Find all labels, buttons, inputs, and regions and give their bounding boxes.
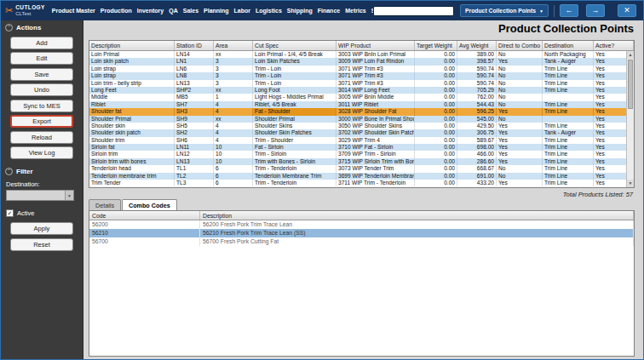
table-row[interactable]: Sirloin trim with bonesLN1310Trim with B… [89,158,634,165]
close-button[interactable]: ✕ [618,4,636,17]
table-cell: No [497,165,543,172]
table-cell: 1 [214,94,253,100]
apply-button[interactable]: Apply [10,222,73,235]
table-row[interactable]: Loin strapLN63Trim - Loin3071 WIP Trim #… [89,66,634,72]
table-cell: Tank - Auger [543,58,594,65]
column-header-destination[interactable]: Destination [543,41,594,50]
table-cell: Yes [497,129,543,136]
column-header-cut-spec[interactable]: Cut Spec [253,41,336,50]
add-button[interactable]: Add [10,37,73,49]
destination-select[interactable]: ▼ [6,190,74,201]
menu-item-finance[interactable]: Finance [315,8,342,14]
column-header-active[interactable]: Active? [594,41,634,50]
menu-item-production[interactable]: Production [98,8,135,14]
table-row[interactable]: Trim TenderTL36Trim - Tenderloin3711 WIP… [89,180,634,186]
table-cell: 3029 WIP Trim 4 [336,137,415,144]
table-row[interactable]: Loin skin patchLN13Loin Skin Patches3009… [89,58,634,65]
table-cell: Loin strap [89,72,175,79]
actions-section-header[interactable]: ⌃ Actions [1,20,83,33]
filter-section-header[interactable]: ⌃ Filter [1,164,83,177]
combo-code-row[interactable]: 5620056200 Fresh Pork Trim Trace Lean [89,220,634,229]
column-header-area[interactable]: Area [214,41,253,50]
table-cell: Fat - Sirloin [253,144,336,151]
column-header-avg-weight[interactable]: Avg Weight [457,41,497,50]
table-row[interactable]: Shoulder trimSH64Trim - Shoulder3029 WIP… [89,137,634,144]
table-row[interactable]: Shoulder skinSH54Shoulder Skins3050 WIP … [89,123,634,129]
table-row[interactable]: Shoulder fatSH34Fat - Shoulder3028 WIP S… [89,108,634,115]
table-row[interactable]: Tenderloin headTL16Trim - Tenderloin3073… [89,165,634,172]
column-header-description[interactable]: Description [200,211,634,220]
table-cell: No [497,94,543,100]
table-cell: 10 [214,144,253,151]
check-icon: ✓ [8,210,13,216]
table-row[interactable]: Shoulder skin patchSH24Shoulder Skin Pat… [89,129,634,136]
table-cell: SH3 [175,108,214,115]
view-selector-dropdown[interactable]: Product Collection Points ▼ [460,4,549,17]
table-cell: 3711 WIP Trim - Tenderloin [336,180,415,186]
table-cell: Tank - Auger [543,129,594,136]
table-row[interactable]: MiddleMB51Light Hogs - Middles Primal300… [89,94,634,100]
tab-details[interactable]: Details [89,199,121,210]
search-input[interactable] [373,6,454,16]
table-cell: Sirloin trim [89,151,175,157]
menu-item-metrics[interactable]: Metrics [342,8,369,14]
scrollbar-thumb[interactable] [628,60,633,109]
table-row[interactable]: Long FeetSHP2xxLong Foot3014 WIP Long Fe… [89,87,634,94]
table-row[interactable]: RibletSH74Riblet, 4/5 Break3011 WIP Ribl… [89,101,634,108]
table-cell: Riblet [89,101,175,108]
scroll-down-icon[interactable]: ▼ [627,180,634,187]
column-header-wip-product[interactable]: WIP Product [336,41,415,50]
tab-combo-codes[interactable]: Combo Codes [122,199,177,210]
table-cell: LN1 [175,58,214,65]
scroll-up-icon[interactable]: ▲ [627,51,634,59]
undo-button[interactable]: Undo [10,83,73,96]
combo-code-row[interactable]: 5621056210 Fresh Pork Trim Trace Lean (S… [89,229,634,237]
column-header-code[interactable]: Code [89,211,200,220]
sync-to-mes-button[interactable]: Sync to MES [10,100,73,112]
table-cell: 0.00 [415,151,457,157]
table-cell: Yes [497,58,543,65]
menu-item-shipping[interactable]: Shipping [285,8,315,14]
table-cell: 3 [214,72,253,79]
column-header-description[interactable]: Description [89,41,175,50]
active-checkbox[interactable]: ✓ [6,209,14,217]
combo-code-cell: 56700 [89,237,200,246]
menu-item-sales[interactable]: Sales [181,8,201,14]
forward-arrow-icon: → [592,6,600,14]
table-cell: 589.67 [457,137,497,144]
edit-button[interactable]: Edit [10,52,73,65]
view-log-button[interactable]: View Log [10,146,73,159]
table-cell: Loin strap [89,66,175,72]
back-button[interactable]: ← [560,4,578,17]
menu-item-logistics[interactable]: Logistics [253,8,285,14]
grid-header: DescriptionStation IDAreaCut SpecWIP Pro… [89,41,634,51]
table-cell: Trim Line [543,108,594,115]
menu-item-labor[interactable]: Labor [232,8,253,14]
reset-button[interactable]: Reset [10,238,73,251]
table-row[interactable]: Loin strapLN83Trim - Loin3071 WIP Trim #… [89,72,634,79]
table-row[interactable]: Sirloin fatLN1110Fat - Sirloin3710 WIP F… [89,144,634,151]
menu-item-planning[interactable]: Planning [201,8,232,14]
table-row[interactable]: Loin trim - belly stripLN133Trim - Loin3… [89,80,634,87]
save-button[interactable]: Save [10,68,73,81]
combo-code-row[interactable]: 5670056700 Fresh Pork Cutting Fat [89,237,634,246]
menu-item-inventory[interactable]: Inventory [135,8,167,14]
column-header-target-weight[interactable]: Target Weight [415,41,457,50]
table-cell: 3702 WIP Shoulder Skin Patches [336,129,415,136]
forward-button[interactable]: → [586,4,605,17]
table-cell: Yes [497,151,543,157]
column-header-direct-to-combo[interactable]: Direct to Combo [497,41,543,50]
table-row[interactable]: Shoulder PrimalSH9xxShoulder Primal3000 … [89,116,634,123]
table-row[interactable]: Tenderloin membrane trimTL26Tenderloin M… [89,173,634,180]
menu-item-qa[interactable]: QA [166,8,181,14]
table-cell: Shoulder Skin Patches [253,129,336,136]
export-button[interactable]: Export [10,115,73,128]
table-cell: 3014 WIP Long Feet [336,87,415,94]
column-header-station-id[interactable]: Station ID [175,41,214,50]
table-row[interactable]: Loin PrimalLN14xxLoin Primal - 1/4, 4/5 … [89,51,634,58]
vertical-scrollbar[interactable]: ▲ ▼ [626,51,634,187]
table-row[interactable]: Sirloin trimLN1210Trim - Sirloin3709 WIP… [89,151,634,157]
table-cell: Shoulder skin patch [89,129,175,136]
reload-button[interactable]: Reload [10,131,73,144]
menu-item-product-master[interactable]: Product Master [49,8,98,14]
